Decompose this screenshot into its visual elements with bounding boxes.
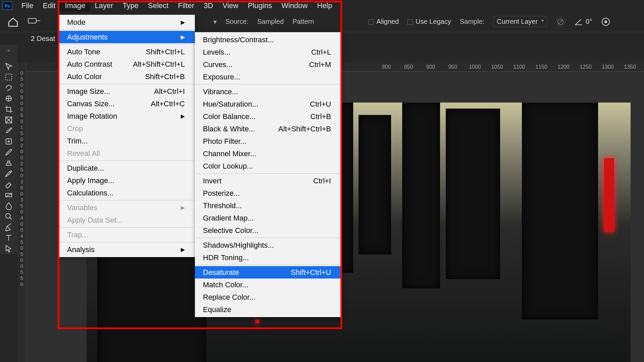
sample-dropdown[interactable]: Current Layer [493, 16, 547, 27]
adjustments-item-exposure[interactable]: Exposure... [195, 71, 341, 83]
menu-item-label: Image Rotation [67, 112, 117, 121]
adjustments-item-photo-filter[interactable]: Photo Filter... [195, 135, 341, 147]
use-legacy-checkbox[interactable]: Use Legacy [408, 18, 451, 25]
ruler-tick: 0 [17, 155, 26, 160]
svg-point-12 [6, 214, 10, 218]
ruler-tick: 4 [17, 215, 26, 220]
clone-stamp-tool[interactable] [3, 158, 14, 168]
adjustments-item-color-balance[interactable]: Color Balance...Ctrl+B [195, 110, 341, 123]
image-menu-item-image-rotation[interactable]: Image Rotation▶ [59, 110, 195, 122]
adjustments-item-black-white[interactable]: Black & White...Alt+Shift+Ctrl+B [195, 123, 341, 135]
healing-brush-tool[interactable] [3, 136, 14, 147]
adjustments-item-channel-mixer[interactable]: Channel Mixer... [195, 147, 341, 160]
blur-tool[interactable] [3, 200, 14, 211]
adjustments-item-selective-color[interactable]: Selective Color... [195, 224, 341, 237]
image-menu-item-duplicate[interactable]: Duplicate... [59, 162, 195, 174]
ruler-tick: 0 [17, 191, 26, 196]
angle-icon[interactable]: 0° [574, 17, 592, 26]
ruler-tick: 1350 [624, 64, 636, 70]
adjustments-item-match-color[interactable]: Match Color... [195, 279, 341, 291]
menu-image[interactable]: Image [60, 0, 90, 11]
image-menu-item-variables: Variables▶ [59, 201, 195, 214]
adjustments-item-vibrance[interactable]: Vibrance... [195, 85, 341, 98]
menu-separator [195, 173, 341, 174]
adjustments-item-posterize[interactable]: Posterize... [195, 187, 341, 199]
image-menu-item-trim[interactable]: Trim... [59, 135, 195, 147]
ignore-adjustment-icon[interactable] [555, 17, 566, 27]
adjustments-item-equalize[interactable]: Equalize [195, 303, 341, 316]
adjustments-item-levels[interactable]: Levels...Ctrl+L [195, 46, 341, 58]
menu-edit[interactable]: Edit [38, 0, 60, 11]
lasso-tool[interactable] [3, 82, 14, 93]
path-select-tool[interactable] [3, 243, 14, 254]
pressure-icon[interactable] [601, 17, 611, 27]
image-menu-item-crop: Crop [59, 122, 195, 135]
adjustments-item-invert[interactable]: InvertCtrl+I [195, 175, 341, 187]
menu-separator [195, 265, 341, 265]
menu-item-label: Analysis [67, 245, 95, 254]
move-tool[interactable] [3, 61, 14, 72]
quick-select-tool[interactable] [3, 93, 14, 104]
submenu-arrow-icon: ▶ [181, 19, 185, 25]
adjustments-item-curves[interactable]: Curves...Ctrl+M [195, 58, 341, 71]
adjustments-item-hue-saturation[interactable]: Hue/Saturation...Ctrl+U [195, 98, 341, 110]
image-menu-item-auto-tone[interactable]: Auto ToneShift+Ctrl+L [59, 46, 195, 58]
source-sampled[interactable]: Sampled [257, 18, 284, 25]
menu-item-shortcut: Alt+Ctrl+C [151, 100, 185, 108]
ruler-tick: 850 [404, 64, 413, 70]
adjustments-item-shadows-highlights[interactable]: Shadows/Highlights... [195, 239, 341, 251]
type-tool[interactable] [3, 233, 14, 243]
dodge-tool[interactable] [3, 211, 14, 222]
frame-tool[interactable] [3, 115, 14, 125]
image-menu-item-analysis[interactable]: Analysis▶ [59, 243, 195, 256]
menu-item-label: Apply Data Set... [67, 216, 122, 225]
menu-layer[interactable]: Layer [90, 0, 118, 11]
document-tab[interactable]: 2 Desat [31, 35, 55, 43]
angle-value: 0° [586, 18, 592, 25]
adjustments-item-color-lookup[interactable]: Color Lookup... [195, 160, 341, 172]
dropdown-caret-icon[interactable]: ▾ [213, 18, 217, 26]
image-menu-item-canvas-size[interactable]: Canvas Size...Alt+Ctrl+C [59, 98, 195, 110]
aligned-checkbox[interactable]: Aligned [368, 18, 399, 25]
image-menu-item-auto-color[interactable]: Auto ColorShift+Ctrl+B [59, 70, 195, 83]
menu-type[interactable]: Type [118, 0, 144, 11]
pen-tool[interactable] [3, 222, 14, 233]
adjustments-item-hdr-toning[interactable]: HDR Toning... [195, 251, 341, 264]
adjustments-item-desaturate[interactable]: DesaturateShift+Ctrl+U [195, 266, 341, 279]
history-brush-tool[interactable] [3, 168, 14, 179]
menu-help[interactable]: Help [312, 0, 337, 11]
image-menu-item-mode[interactable]: Mode▶ [59, 16, 195, 28]
eraser-tool[interactable] [3, 179, 14, 190]
source-pattern[interactable]: Pattern [292, 18, 314, 25]
submenu-arrow-icon: ▶ [181, 34, 185, 40]
adjustments-item-brightness-contrast[interactable]: Brightness/Contrast... [195, 34, 341, 46]
gradient-tool[interactable] [3, 190, 14, 200]
menu-item-shortcut: Ctrl+B [310, 112, 331, 121]
menu-select[interactable]: Select [143, 0, 173, 11]
menu-filter[interactable]: Filter [173, 0, 199, 11]
tool-preset-icon[interactable] [28, 16, 42, 27]
adjustments-item-replace-color[interactable]: Replace Color... [195, 291, 341, 303]
adjustments-item-threshold[interactable]: Threshold... [195, 199, 341, 212]
image-menu-item-auto-contrast[interactable]: Auto ContrastAlt+Shift+Ctrl+L [59, 58, 195, 70]
image-menu-item-image-size[interactable]: Image Size...Alt+Ctrl+I [59, 85, 195, 98]
ruler-tick: 0 [17, 101, 26, 106]
menu-plugins[interactable]: Plugins [243, 0, 277, 11]
ruler-tick: 1250 [580, 64, 592, 70]
image-menu-item-apply-image[interactable]: Apply Image... [59, 174, 195, 187]
eyedropper-tool[interactable] [3, 125, 14, 136]
brush-tool[interactable] [3, 147, 14, 158]
menu-file[interactable]: File [17, 0, 38, 11]
expand-panels-icon[interactable]: » [7, 48, 10, 54]
adjustments-item-gradient-map[interactable]: Gradient Map... [195, 212, 341, 224]
menu-view[interactable]: View [218, 0, 243, 11]
home-icon[interactable] [7, 17, 19, 27]
crop-tool[interactable] [3, 104, 14, 115]
image-menu-item-calculations[interactable]: Calculations... [59, 187, 195, 199]
marquee-tool[interactable] [3, 72, 14, 82]
image-menu-item-adjustments[interactable]: Adjustments▶ [59, 31, 195, 43]
menu-3d[interactable]: 3D [199, 0, 218, 11]
ruler-tick: 5 [17, 239, 26, 244]
ruler-tick: 5 [17, 203, 26, 208]
menu-window[interactable]: Window [277, 0, 312, 11]
